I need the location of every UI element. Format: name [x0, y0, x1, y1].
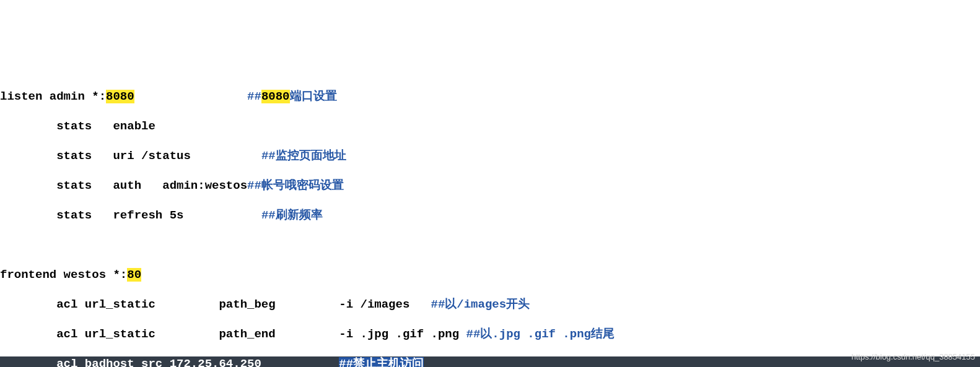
comment-selected: ##禁止主机访问 [339, 357, 424, 367]
selected-line: acl badhost src 172.25.64.250 ##禁止主机访问 [0, 356, 980, 367]
config-line: frontend westos *:80 [0, 267, 980, 282]
comment-text: ##帐号哦密码设置 [247, 179, 344, 192]
code-text: stats enable [0, 119, 155, 133]
code-text: stats auth admin:westos [0, 179, 247, 192]
search-highlight: 8080 [261, 90, 290, 103]
comment-text: ##刷新频率 [261, 209, 323, 222]
config-line: acl url_static path_end -i .jpg .gif .pn… [0, 327, 980, 342]
watermark: https://blog.csdn.net/qq_38854155 [852, 350, 976, 365]
config-file-view: listen admin *:8080 ##8080端口设置 stats ena… [0, 74, 980, 367]
comment-text: ##8080端口设置 [247, 90, 336, 103]
config-line: acl url_static path_beg -i /images ##以/i… [0, 297, 980, 312]
search-highlight: 8080 [106, 90, 134, 103]
search-highlight: 80 [127, 268, 141, 282]
config-line: stats auth admin:westos##帐号哦密码设置 [0, 178, 980, 193]
comment-text: ##以/images开头 [431, 298, 530, 311]
config-line: stats enable [0, 119, 980, 134]
code-text: listen admin *: [0, 90, 106, 103]
code-text [134, 90, 247, 103]
code-text: frontend westos *: [0, 268, 127, 282]
code-text: acl url_static path_end -i .jpg .gif .pn… [0, 327, 466, 341]
code-text: acl url_static path_beg -i /images [0, 298, 431, 311]
code-text: stats uri /status [0, 149, 261, 163]
blank-line [0, 238, 980, 253]
comment-text: ##以.jpg .gif .png结尾 [466, 327, 615, 341]
config-line: stats refresh 5s ##刷新频率 [0, 208, 980, 223]
config-line: listen admin *:8080 ##8080端口设置 [0, 89, 980, 104]
config-line: stats uri /status ##监控页面地址 [0, 149, 980, 163]
code-text: acl badhost src 172.25.64.250 [0, 357, 339, 367]
code-text: stats refresh 5s [0, 209, 261, 222]
comment-text: ##监控页面地址 [261, 149, 346, 163]
